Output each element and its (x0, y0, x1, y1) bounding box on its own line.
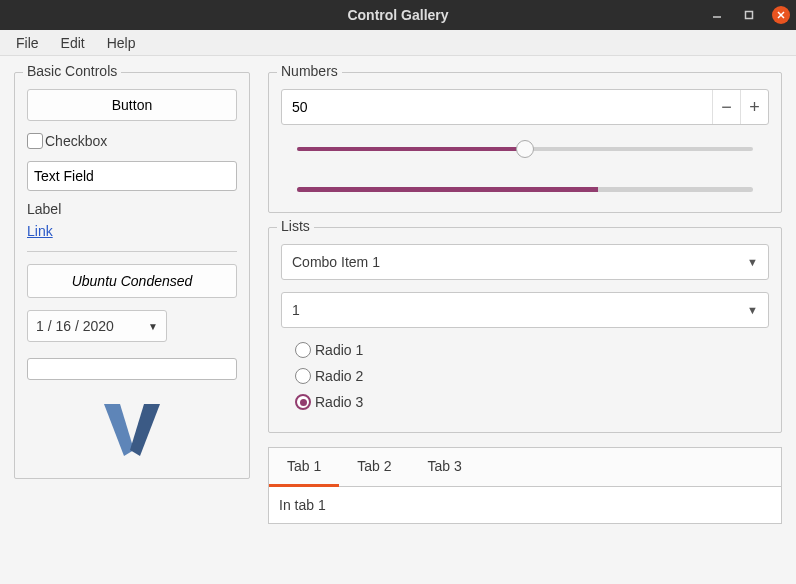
combo-1[interactable]: Combo Item 1 ▼ (281, 244, 769, 280)
minimize-button[interactable] (708, 6, 726, 24)
radio-3-label: Radio 3 (315, 394, 363, 410)
basic-controls-group: Basic Controls Button Checkbox Label Lin… (14, 72, 250, 479)
font-picker-button[interactable]: Ubuntu Condensed (27, 264, 237, 298)
spinner-input[interactable] (282, 99, 712, 115)
checkbox-box[interactable] (27, 133, 43, 149)
lists-legend: Lists (277, 218, 314, 234)
radio-2[interactable]: Radio 2 (295, 368, 769, 384)
tab-1[interactable]: Tab 1 (269, 448, 339, 487)
static-label: Label (27, 201, 237, 217)
text-field[interactable] (27, 161, 237, 191)
v-logo-icon (100, 402, 164, 462)
radio-3-circle[interactable] (295, 394, 311, 410)
progress-fill (297, 187, 598, 192)
tab-2[interactable]: Tab 2 (339, 448, 409, 486)
radio-1-circle[interactable] (295, 342, 311, 358)
slider[interactable] (297, 139, 753, 159)
maximize-button[interactable] (740, 6, 758, 24)
checkbox-label: Checkbox (45, 133, 107, 149)
titlebar: Control Gallery (0, 0, 796, 30)
spinner-plus-icon[interactable]: + (740, 90, 768, 124)
menubar: File Edit Help (0, 30, 796, 56)
chevron-down-icon: ▼ (747, 304, 758, 316)
chevron-down-icon: ▼ (747, 256, 758, 268)
date-picker[interactable]: 1 / 16 / 2020 ▼ (27, 310, 167, 342)
window-title: Control Gallery (0, 7, 796, 23)
combo-2-value: 1 (292, 302, 300, 318)
radio-group: Radio 1 Radio 2 Radio 3 (295, 342, 769, 410)
radio-1[interactable]: Radio 1 (295, 342, 769, 358)
menu-file[interactable]: File (6, 32, 49, 54)
radio-3[interactable]: Radio 3 (295, 394, 769, 410)
combo-2[interactable]: 1 ▼ (281, 292, 769, 328)
svg-marker-4 (104, 404, 134, 456)
close-button[interactable] (772, 6, 790, 24)
link[interactable]: Link (27, 223, 53, 239)
radio-1-label: Radio 1 (315, 342, 363, 358)
basic-button[interactable]: Button (27, 89, 237, 121)
numbers-legend: Numbers (277, 63, 342, 79)
date-text: 1 / 16 / 2020 (36, 318, 114, 334)
slider-fill (297, 147, 525, 151)
menu-edit[interactable]: Edit (51, 32, 95, 54)
number-spinner[interactable]: − + (281, 89, 769, 125)
checkbox-row[interactable]: Checkbox (27, 133, 237, 149)
spinner-minus-icon[interactable]: − (712, 90, 740, 124)
tab-container: Tab 1 Tab 2 Tab 3 In tab 1 (268, 447, 782, 524)
chevron-down-icon: ▼ (148, 321, 158, 332)
svg-rect-1 (746, 12, 753, 19)
svg-marker-5 (130, 404, 160, 456)
progress-bar (297, 187, 753, 192)
numbers-group: Numbers − + (268, 72, 782, 213)
menu-help[interactable]: Help (97, 32, 146, 54)
radio-2-circle[interactable] (295, 368, 311, 384)
tab-3[interactable]: Tab 3 (410, 448, 480, 486)
tab-bar: Tab 1 Tab 2 Tab 3 (269, 448, 781, 487)
basic-controls-legend: Basic Controls (23, 63, 121, 79)
combo-1-value: Combo Item 1 (292, 254, 380, 270)
slider-thumb[interactable] (516, 140, 534, 158)
color-well[interactable] (27, 358, 237, 380)
lists-group: Lists Combo Item 1 ▼ 1 ▼ Radio 1 Radio 2 (268, 227, 782, 433)
tab-content: In tab 1 (269, 487, 781, 523)
separator (27, 251, 237, 252)
radio-2-label: Radio 2 (315, 368, 363, 384)
